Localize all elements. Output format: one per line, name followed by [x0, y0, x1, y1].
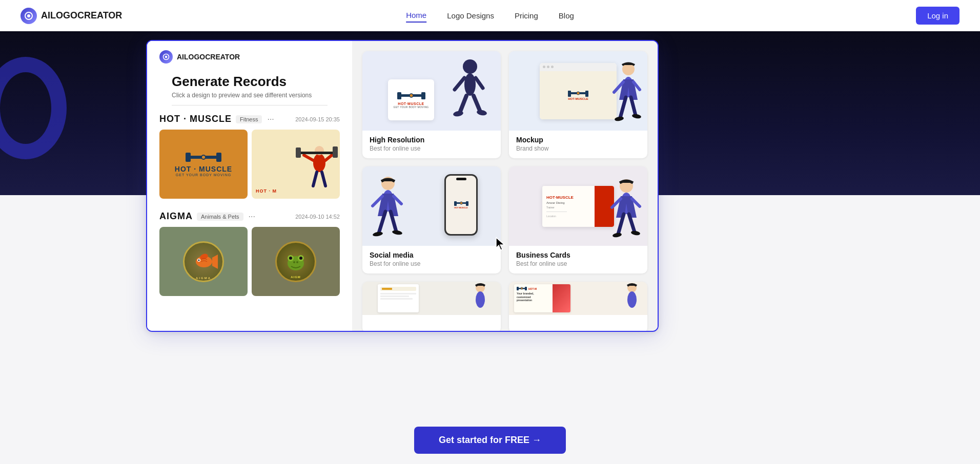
- svg-line-38: [474, 96, 480, 112]
- bizcard-person-svg: [609, 177, 642, 246]
- export-card-hires-image: HOT·MUSCLE GET YOUR BODY MOVING: [362, 51, 501, 131]
- biz-card-contact: Location: [546, 215, 574, 218]
- export-card-bizcard-info: Business Cards Best for online use: [509, 246, 647, 273]
- biz-card-content: HOT·MUSCLE Anwar Dieing Trainer Location: [542, 186, 614, 227]
- record-dots-1[interactable]: ···: [267, 115, 274, 124]
- record-images-1: HOT · MUSCLE GET YOUR BODY MOVING: [159, 130, 340, 199]
- phone-screen: HOT·MUSCLE: [446, 176, 476, 234]
- svg-marker-18: [212, 255, 218, 269]
- svg-line-11: [325, 154, 334, 160]
- left-logo: AILOGOCREATOR: [159, 50, 340, 64]
- biz-card-role: Trainer: [546, 206, 574, 209]
- mockup-person-svg: [609, 59, 642, 131]
- record-title-row-1: HOT · MUSCLE Fitness ··· 2024-09-15 20:3…: [159, 114, 340, 124]
- record-badge-1: Fitness: [236, 115, 262, 123]
- logo-variant-2a[interactable]: AIGMA: [159, 227, 248, 296]
- svg-point-3: [165, 56, 167, 58]
- record-images-2: AIGMA: [159, 227, 340, 296]
- export-card-mockup[interactable]: HOT·MUSCLE: [509, 51, 647, 158]
- logo-hot-text: HOT · MUSCLE: [175, 165, 232, 173]
- nav-links: Home Logo Designs Pricing Blog: [406, 9, 574, 23]
- export-card-mockup-image: HOT·MUSCLE: [509, 51, 647, 131]
- mockup-logo-text: HOT·MUSCLE: [568, 97, 588, 100]
- social-subtitle: Best for online use: [370, 260, 494, 267]
- letterhead-paper: [378, 284, 419, 312]
- record-date-2: 2024-09-10 14:52: [295, 214, 340, 220]
- presentation-person-svg: [620, 282, 643, 315]
- browser-dot-1: [543, 66, 545, 68]
- social-bg: HOT·MUSCLE: [362, 166, 501, 246]
- login-button[interactable]: Log in: [916, 7, 959, 25]
- left-panel: AILOGOCREATOR Generate Records Click a d…: [147, 41, 352, 331]
- export-card-bizcard-image: HOT·MUSCLE Anwar Dieing Trainer Location: [509, 166, 647, 246]
- phone-logo-text: HOT·MUSCLE: [454, 206, 467, 209]
- lh-line-2: [380, 296, 409, 297]
- svg-point-26: [299, 257, 302, 260]
- brand-name: AILOGOCREATOR: [41, 10, 122, 21]
- export-card-social-image: HOT·MUSCLE: [362, 166, 501, 246]
- svg-point-60: [392, 229, 402, 235]
- browser-bar: [540, 63, 617, 71]
- record-name-1: HOT · MUSCLE: [159, 114, 232, 124]
- divider: [172, 105, 328, 106]
- right-panel: HOT·MUSCLE GET YOUR BODY MOVING: [352, 41, 658, 331]
- export-card-letterhead[interactable]: [362, 282, 501, 331]
- nav-home[interactable]: Home: [406, 9, 426, 23]
- left-panel-inner: AILOGOCREATOR Generate Records Click a d…: [147, 41, 352, 331]
- export-card-presentation[interactable]: HOT·M Your branded,customizedpresentatio…: [509, 282, 647, 331]
- biz-card-text-block: HOT·MUSCLE Anwar Dieing Trainer Location: [546, 195, 574, 218]
- hires-person-svg: [383, 51, 501, 131]
- svg-point-78: [521, 287, 523, 289]
- svg-point-52: [631, 113, 641, 119]
- nav-logo-designs[interactable]: Logo Designs: [447, 9, 494, 22]
- export-card-letterhead-image: [362, 282, 501, 315]
- social-title: Social media: [370, 251, 494, 259]
- svg-point-28: [296, 261, 298, 263]
- biz-card-paper: HOT·MUSCLE Anwar Dieing Trainer Location: [542, 186, 614, 227]
- presentation-bg: HOT·M Your branded,customizedpresentatio…: [509, 282, 647, 315]
- svg-point-25: [289, 257, 292, 260]
- export-card-bizcard[interactable]: HOT·MUSCLE Anwar Dieing Trainer Location: [509, 166, 647, 273]
- mockup-title: Mockup: [516, 136, 640, 144]
- fish-logo-text: AIGMA: [196, 277, 211, 280]
- nav-blog[interactable]: Blog: [559, 9, 574, 22]
- hires-bg: HOT·MUSCLE GET YOUR BODY MOVING: [362, 51, 501, 131]
- record-date-1: 2024-09-15 20:35: [295, 116, 340, 122]
- svg-point-59: [372, 231, 383, 237]
- left-panel-header: AILOGOCREATOR Generate Records Click a d…: [147, 41, 352, 106]
- logo-hot-muscle-beige: HOT · M: [252, 130, 340, 199]
- browser-logo: HOT·MUSCLE: [568, 90, 588, 100]
- export-card-social[interactable]: HOT·MUSCLE Social media Best for online …: [362, 166, 501, 273]
- presentation-slide: HOT·M Your branded,customizedpresentatio…: [514, 284, 570, 312]
- left-brand-name: AILOGOCREATOR: [177, 53, 240, 61]
- record-dots-2[interactable]: ···: [249, 212, 255, 221]
- brand[interactable]: AILOGOCREATOR: [21, 8, 122, 24]
- export-card-hires-info: High Resolution Best for online use: [362, 131, 501, 158]
- svg-point-7: [201, 155, 206, 159]
- svg-point-44: [577, 92, 580, 95]
- letterhead-person-svg: [467, 282, 493, 315]
- left-logo-icon: [159, 50, 173, 64]
- svg-line-10: [304, 155, 313, 160]
- logo-variant-2b[interactable]: AIGM: [252, 227, 340, 296]
- svg-rect-6: [216, 153, 221, 162]
- export-card-hires[interactable]: HOT·MUSCLE GET YOUR BODY MOVING: [362, 51, 501, 158]
- mockup-bg: HOT·MUSCLE: [509, 51, 647, 131]
- biz-card-divider: [546, 212, 567, 212]
- fish-circle-1: AIGMA: [183, 241, 224, 282]
- biz-card-brand: HOT·MUSCLE: [546, 195, 574, 200]
- svg-point-80: [627, 291, 637, 308]
- svg-point-51: [614, 116, 624, 121]
- cta-button[interactable]: Get started for FREE →: [414, 427, 566, 454]
- phone-mockup: HOT·MUSCLE: [444, 174, 478, 236]
- slide-logo-text: HOT·M: [528, 287, 537, 290]
- svg-line-49: [620, 97, 626, 118]
- export-card-mockup-info: Mockup Brand show: [509, 131, 647, 158]
- record-name-2: AIGMA: [159, 211, 193, 222]
- svg-point-72: [630, 230, 640, 236]
- logo-variant-1b[interactable]: HOT · M: [252, 130, 340, 199]
- logo-variant-1a[interactable]: HOT · MUSCLE GET YOUR BODY MOVING: [159, 130, 248, 199]
- nav-pricing[interactable]: Pricing: [515, 9, 538, 22]
- svg-rect-62: [454, 201, 457, 206]
- svg-rect-5: [186, 153, 191, 162]
